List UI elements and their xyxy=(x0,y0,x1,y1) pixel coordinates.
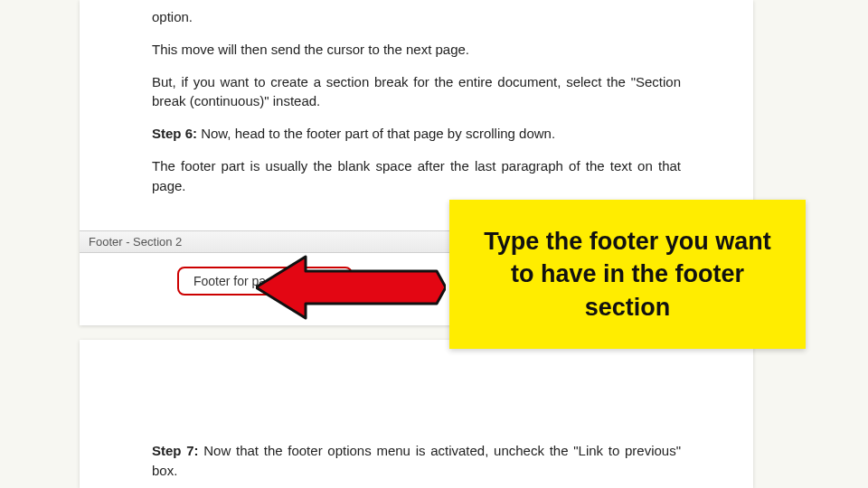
svg-marker-0 xyxy=(256,257,446,318)
step-label: Step 6: xyxy=(152,126,197,141)
article-body: option. This move will then send the cur… xyxy=(80,7,753,195)
paragraph: This move will then send the cursor to t… xyxy=(152,40,681,60)
footer-section-label: Footer - Section 2 xyxy=(89,235,182,249)
step-text: Now that the footer options menu is acti… xyxy=(152,443,681,478)
callout-text: Type the footer you want to have in the … xyxy=(475,225,780,324)
step-label: Step 7: xyxy=(152,443,199,458)
paragraph: But, if you want to create a section bre… xyxy=(152,72,681,112)
step-text: Now, head to the footer part of that pag… xyxy=(197,126,555,141)
step-6: Step 6: Now, head to the footer part of … xyxy=(152,124,681,144)
callout-box: Type the footer you want to have in the … xyxy=(449,200,806,349)
paragraph: The footer part is usually the blank spa… xyxy=(152,156,681,196)
article-body-continued: Step 7: Now that the footer options menu… xyxy=(80,340,753,481)
step-7: Step 7: Now that the footer options menu… xyxy=(152,441,681,481)
arrow-icon xyxy=(256,251,446,327)
document-page-2: Step 7: Now that the footer options menu… xyxy=(80,340,753,488)
paragraph: option. xyxy=(152,7,681,27)
